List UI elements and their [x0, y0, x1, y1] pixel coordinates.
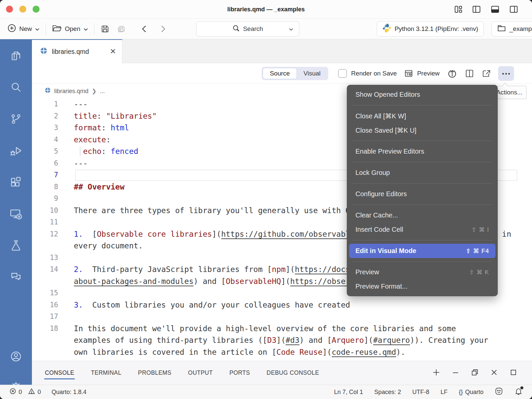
menu-item-lock-group[interactable]: Lock Group — [347, 166, 498, 180]
menu-item-close-all-k-w[interactable]: Close All [⌘K W] — [347, 109, 498, 123]
menu-item-edit-in-visual-mode[interactable]: Edit in Visual Mode⇧ ⌘ F4 — [349, 244, 495, 258]
panel-tab-ports[interactable]: PORTS — [229, 367, 251, 379]
code-text: format: html — [74, 122, 129, 134]
toggle-right-sidebar-icon[interactable] — [509, 5, 519, 14]
menu-separator — [352, 141, 493, 141]
back-icon[interactable] — [141, 25, 148, 33]
split-editor-icon[interactable] — [465, 69, 474, 78]
line-number: 8 — [32, 181, 58, 193]
new-button[interactable]: New — [7, 24, 40, 34]
customize-layout-icon[interactable] — [454, 5, 463, 14]
source-control-icon[interactable] — [9, 112, 23, 126]
menu-item-preview[interactable]: Preview⇧ ⌘ K — [347, 265, 498, 279]
panel-minimize-icon[interactable] — [452, 368, 460, 378]
preview-button[interactable]: Preview — [404, 69, 440, 78]
render-icon[interactable] — [447, 68, 458, 79]
interpreter-selector[interactable]: Python 3.12.1 (PipEnv: .venv) — [377, 21, 484, 37]
toggle-left-sidebar-icon[interactable] — [471, 5, 481, 14]
breadcrumb-more[interactable]: ... — [100, 88, 105, 95]
sessions-icon[interactable] — [9, 206, 23, 221]
save-icon[interactable] — [100, 24, 110, 34]
top-toolbar: New Open Search Python 3.12.1 (PipEnv: .… — [0, 19, 532, 39]
panel-tab-debug-console[interactable]: DEBUG CONSOLE — [266, 367, 320, 379]
render-on-save-checkbox[interactable] — [338, 69, 347, 78]
menu-separator — [352, 261, 493, 262]
code-line[interactable]: 18In this document we'll provide a high-… — [32, 323, 532, 335]
chevron-down-icon — [83, 25, 88, 33]
code-line[interactable]: examples of using third-party libraries … — [32, 334, 532, 346]
folder-open-icon — [52, 24, 62, 34]
code-line[interactable]: 17 — [32, 311, 532, 323]
errors-count: 0 — [19, 389, 22, 396]
source-mode-button[interactable]: Source — [263, 68, 297, 79]
open-button[interactable]: Open — [52, 24, 88, 34]
explorer-icon[interactable] — [9, 49, 23, 63]
panel-restore-icon[interactable] — [471, 368, 479, 378]
breadcrumb-file[interactable]: libraries.qmd — [54, 88, 88, 95]
problems-status[interactable]: 0 0 — [9, 388, 41, 396]
save-all-icon[interactable] — [116, 24, 126, 34]
line-number: 4 — [32, 134, 58, 146]
menu-item-close-saved-k-u[interactable]: Close Saved [⌘K U] — [347, 123, 498, 137]
tab-label: libraries.qmd — [52, 48, 89, 56]
line-number: 15 — [32, 287, 58, 299]
menu-item-show-opened-editors[interactable]: Show Opened Editors — [347, 87, 498, 102]
panel-tab-problems[interactable]: PROBLEMS — [137, 367, 172, 379]
menu-item-preview-format[interactable]: Preview Format... — [347, 279, 498, 294]
panel-plus-icon[interactable] — [432, 368, 440, 378]
code-text: --- — [74, 158, 88, 170]
feedback-smiley-icon[interactable] — [495, 387, 503, 397]
notification-dot — [520, 386, 523, 389]
code-text: --- — [74, 98, 88, 110]
source-visual-toggle: Source Visual — [262, 67, 328, 80]
quarto-file-icon — [40, 47, 48, 56]
code-line[interactable]: 163. Custom libraries you and/or your co… — [32, 299, 532, 311]
open-in-new-window-icon[interactable] — [481, 69, 491, 78]
code-line[interactable]: own libraries is covered in the article … — [32, 346, 532, 358]
line-number: 3 — [32, 122, 58, 134]
menu-separator — [352, 240, 493, 240]
quarto-version-status[interactable]: Quarto: 1.8.4 — [52, 389, 86, 396]
extensions-icon[interactable] — [9, 175, 23, 190]
indentation-status[interactable]: Spaces: 2 — [374, 389, 401, 396]
search-icon[interactable] — [9, 80, 23, 95]
encoding-status[interactable]: UTF-8 — [412, 389, 429, 396]
chat-icon[interactable] — [9, 270, 23, 284]
toggle-panel-icon[interactable] — [490, 5, 500, 14]
close-tab-icon[interactable]: ✕ — [110, 47, 116, 56]
preview-report-icon — [404, 69, 413, 78]
visual-mode-button[interactable]: Visual — [297, 68, 327, 79]
editor-actions-menu: Show Opened EditorsClose All [⌘K W]Close… — [347, 85, 498, 296]
panel-tab-console[interactable]: CONSOLE — [44, 367, 75, 379]
panel-maximize-icon[interactable] — [509, 368, 517, 378]
notifications-bell-icon[interactable] — [514, 387, 523, 397]
line-number: 16 — [32, 299, 58, 311]
forward-icon[interactable] — [160, 25, 166, 33]
account-icon[interactable] — [9, 349, 23, 364]
line-number — [32, 334, 58, 346]
line-number: 9 — [32, 193, 58, 205]
panel-tab-terminal[interactable]: TERMINAL — [90, 367, 122, 379]
window-title: libraries.qmd — _examples — [0, 0, 532, 19]
menu-separator — [352, 105, 493, 105]
more-actions-button[interactable] — [498, 66, 514, 81]
code-text: every document. — [74, 240, 143, 252]
toolbar-divider — [94, 23, 94, 35]
panel-close-icon[interactable] — [490, 368, 498, 378]
title-bar: libraries.qmd — _examples — [0, 0, 532, 19]
menu-item-insert-code-cell[interactable]: Insert Code Cell⇧ ⌘ I — [347, 222, 498, 237]
project-selector[interactable]: _examples — [491, 21, 532, 37]
language-mode-status[interactable]: {} Quarto — [459, 389, 483, 396]
menu-item-enable-preview-editors[interactable]: Enable Preview Editors — [347, 144, 498, 159]
menu-item-clear-cache[interactable]: Clear Cache... — [347, 208, 498, 222]
run-debug-icon[interactable] — [9, 143, 23, 158]
cursor-position-status[interactable]: Ln 7, Col 1 — [334, 389, 363, 396]
code-text: There are three types of library you'll … — [74, 205, 364, 217]
tab-libraries-qmd[interactable]: libraries.qmd ✕ — [32, 39, 122, 63]
menu-item-configure-editors[interactable]: Configure Editors — [347, 187, 498, 201]
search-input[interactable]: Search — [196, 21, 299, 37]
eol-status[interactable]: LF — [441, 389, 448, 396]
line-number: 2 — [32, 110, 58, 122]
testing-icon[interactable] — [9, 238, 23, 253]
panel-tab-output[interactable]: OUTPUT — [188, 367, 213, 379]
